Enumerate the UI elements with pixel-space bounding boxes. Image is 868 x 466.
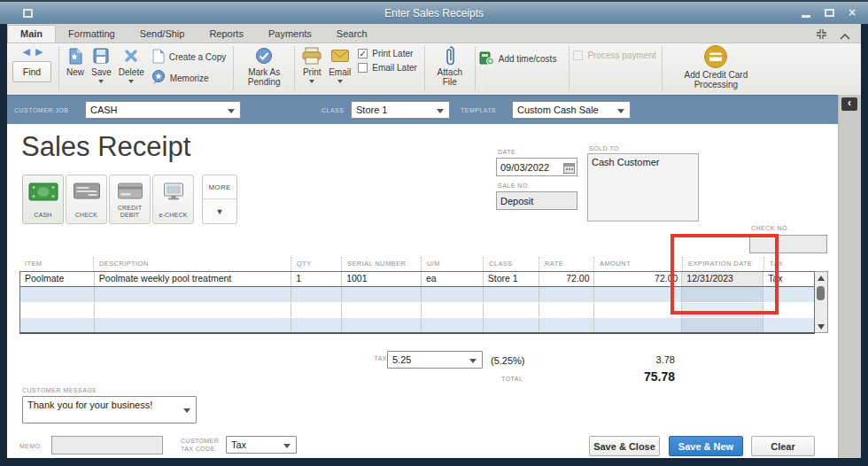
column-header-expiration-date[interactable]: EXPIRATION DATE bbox=[682, 257, 763, 271]
column-header-description[interactable]: DESCRIPTION bbox=[93, 257, 291, 271]
save-close-button[interactable]: Save & Close bbox=[589, 436, 660, 456]
nav-group: ◀ ▶ Find bbox=[11, 43, 55, 82]
save-dropdown-caret[interactable] bbox=[98, 80, 104, 83]
scrollbar-thumb[interactable] bbox=[817, 286, 825, 300]
column-header-qty[interactable]: QTY bbox=[291, 257, 341, 271]
cell-class[interactable]: Store 1 bbox=[483, 272, 539, 286]
column-header-serial-number[interactable]: SERIAL NUMBER bbox=[341, 257, 421, 271]
add-time-costs-button[interactable]: Add time/costs bbox=[479, 50, 557, 67]
collapse-ribbon-icon[interactable] bbox=[840, 27, 850, 43]
new-icon bbox=[68, 45, 83, 66]
payment-method-credit-debit[interactable]: CREDIT DEBIT bbox=[109, 175, 151, 224]
memorize-button[interactable]: Memorize bbox=[151, 70, 226, 86]
create-copy-button[interactable]: Create a Copy bbox=[151, 49, 226, 66]
toolbar-separator bbox=[475, 46, 476, 90]
column-header-class[interactable]: CLASS bbox=[483, 257, 539, 271]
minimize-button[interactable] bbox=[799, 5, 813, 19]
toolbar-separator bbox=[662, 46, 663, 90]
form-header-band: CUSTOMER:JOB CASH CLASS Store 1 TEMPLATE… bbox=[7, 95, 838, 124]
print-button[interactable]: Print bbox=[302, 45, 322, 83]
sale-no-input[interactable] bbox=[496, 191, 577, 210]
date-label: DATE bbox=[498, 149, 515, 155]
mark-as-pending-button[interactable]: Mark As Pending bbox=[241, 45, 287, 87]
tab-send-ship[interactable]: Send/Ship bbox=[128, 26, 198, 43]
delete-dropdown-caret[interactable] bbox=[128, 80, 134, 83]
print-later-checkbox[interactable]: ✓ Print Later bbox=[358, 49, 417, 58]
table-header-row: ITEM DESCRIPTION QTY SERIAL NUMBER U/M C… bbox=[19, 257, 815, 271]
cell-description[interactable]: Poolmate weekly pool treatment bbox=[94, 272, 291, 286]
empty-table-row[interactable] bbox=[20, 302, 814, 317]
save-new-button[interactable]: Save & New bbox=[669, 436, 743, 456]
clear-button[interactable]: Clear bbox=[751, 436, 815, 456]
full-screen-icon[interactable] bbox=[816, 27, 827, 43]
tab-reports[interactable]: Reports bbox=[197, 26, 256, 43]
credit-card-gold-icon bbox=[703, 44, 728, 69]
tax-rate-display: (5.25%) bbox=[491, 355, 525, 366]
table-row[interactable]: Poolmate Poolmate weekly pool treatment … bbox=[20, 272, 814, 287]
maximize-button[interactable] bbox=[822, 5, 836, 19]
scroll-down-icon[interactable] bbox=[815, 321, 827, 332]
memo-input[interactable] bbox=[51, 436, 163, 454]
payment-method-cash[interactable]: CASH bbox=[22, 175, 64, 224]
process-payment-checkbox: Process payment bbox=[573, 50, 658, 60]
tab-main[interactable]: Main bbox=[7, 25, 56, 43]
table-scrollbar[interactable] bbox=[815, 271, 828, 333]
tax-rate-dropdown[interactable]: 5.25 bbox=[387, 351, 483, 369]
expand-history-button[interactable]: ‹ bbox=[841, 97, 857, 111]
print-dropdown-caret[interactable] bbox=[309, 80, 314, 83]
sold-to-textarea[interactable]: Cash Customer bbox=[587, 153, 699, 221]
cell-um[interactable]: ea bbox=[421, 272, 483, 286]
cell-rate[interactable]: 72.00 bbox=[539, 272, 593, 286]
column-header-tax[interactable]: TAX bbox=[763, 257, 815, 271]
customer-tax-code-dropdown[interactable]: Tax bbox=[226, 436, 297, 454]
email-button[interactable]: Email bbox=[329, 45, 351, 83]
column-header-rate[interactable]: RATE bbox=[539, 257, 593, 271]
tab-payments[interactable]: Payments bbox=[256, 26, 324, 43]
back-arrow-button[interactable]: ◀ bbox=[23, 46, 30, 58]
customer-job-dropdown[interactable]: CASH bbox=[85, 101, 241, 119]
add-credit-card-processing-button[interactable]: Add Credit Card Processing bbox=[670, 44, 762, 89]
cell-serial-number[interactable]: 1001 bbox=[341, 272, 421, 286]
customer-job-label: CUSTOMER:JOB bbox=[14, 107, 69, 113]
window-title: Enter Sales Receipts bbox=[0, 7, 868, 19]
delete-button[interactable]: Delete bbox=[119, 45, 144, 83]
column-header-amount[interactable]: AMOUNT bbox=[593, 257, 682, 271]
find-button[interactable]: Find bbox=[12, 61, 51, 82]
more-caret-icon[interactable]: ▼ bbox=[203, 199, 236, 223]
empty-table-row[interactable] bbox=[20, 317, 814, 332]
class-dropdown[interactable]: Store 1 bbox=[351, 101, 450, 119]
cell-item[interactable]: Poolmate bbox=[20, 272, 94, 286]
customer-message-dropdown[interactable]: Thank you for your business! bbox=[22, 396, 197, 423]
toolbar-separator bbox=[569, 46, 570, 90]
template-dropdown[interactable]: Custom Cash Sale bbox=[512, 101, 631, 119]
payment-method-echeck[interactable]: e-CHECK bbox=[152, 175, 194, 224]
toolbar-separator bbox=[424, 46, 425, 90]
cell-amount[interactable]: 72.00 bbox=[593, 272, 682, 286]
email-dropdown-caret[interactable] bbox=[337, 80, 343, 83]
save-icon bbox=[93, 45, 109, 66]
payment-method-check[interactable]: CHECK bbox=[66, 175, 107, 224]
save-button[interactable]: Save bbox=[91, 45, 112, 83]
tab-formatting[interactable]: Formatting bbox=[56, 26, 128, 43]
cell-qty[interactable]: 1 bbox=[291, 272, 341, 286]
ribbon-tabstrip: Main Formatting Send/Ship Reports Paymen… bbox=[7, 24, 861, 43]
email-later-checkbox[interactable]: Email Later bbox=[358, 63, 417, 73]
table-body: Poolmate Poolmate weekly pool treatment … bbox=[19, 271, 815, 334]
maximize-icon bbox=[825, 9, 834, 17]
column-header-um[interactable]: U/M bbox=[421, 257, 483, 271]
forward-arrow-button[interactable]: ▶ bbox=[35, 46, 43, 58]
cell-tax[interactable]: Tax bbox=[763, 272, 814, 286]
scroll-up-icon[interactable] bbox=[815, 272, 827, 283]
new-button[interactable]: New bbox=[66, 45, 84, 77]
more-payment-methods-button[interactable]: MORE ▼ bbox=[202, 175, 237, 224]
empty-table-row[interactable] bbox=[20, 287, 814, 302]
total-amount: 75.78 bbox=[539, 369, 675, 384]
attach-file-button[interactable]: Attach File bbox=[432, 45, 468, 87]
column-header-item[interactable]: ITEM bbox=[19, 257, 93, 271]
close-button[interactable]: × bbox=[845, 5, 859, 19]
calendar-icon[interactable] bbox=[563, 161, 575, 177]
cell-expiration-date[interactable]: 12/31/2023 bbox=[681, 272, 763, 286]
check-no-input[interactable] bbox=[749, 235, 827, 253]
tab-search[interactable]: Search bbox=[324, 26, 380, 43]
tax-amount: 3.78 bbox=[539, 354, 675, 365]
